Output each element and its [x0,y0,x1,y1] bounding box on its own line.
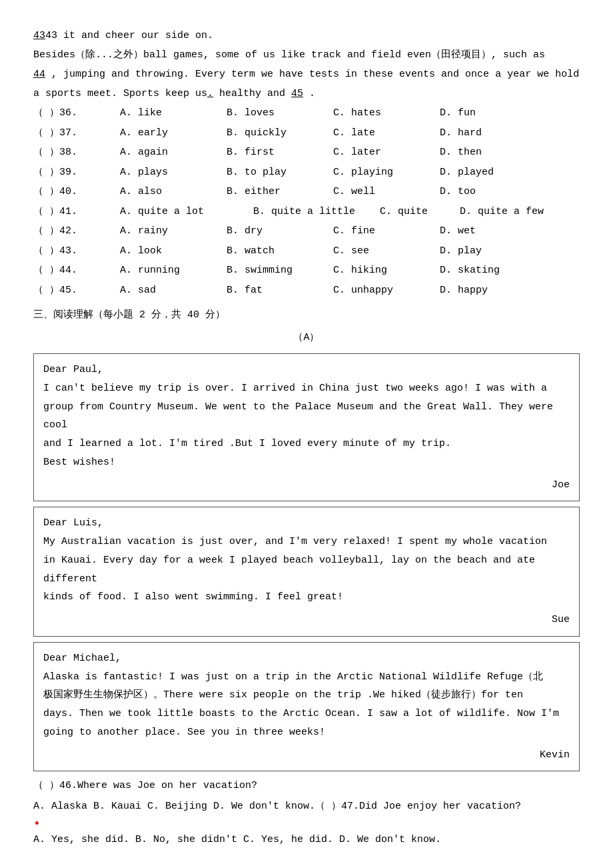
choice-a-40: A. also [120,183,227,202]
choice-c-40: C. well [333,183,440,202]
choice-num-39: （ ）39. [33,163,120,183]
letter-b-box: Dear Luis, My Australian vacation is jus… [33,507,580,637]
choice-a-39: A. plays [120,163,227,183]
choice-b-41: B. quite a little [253,203,380,222]
q47-opts: A. Yes, she did. B. No, she didn't C. Ye… [33,834,441,845]
choice-c-39: C. playing [333,163,440,183]
choice-b-37: B. quickly [227,124,333,143]
choice-c-42: C. fine [333,222,440,241]
choice-d-42: D. wet [440,222,580,241]
blank-44: 44 [33,69,45,80]
choice-num-41: （ ）41. [33,203,120,222]
choice-row-38: （ ）38. A. again B. first C. later D. the… [33,143,580,163]
choice-b-40: B. either [227,183,333,202]
choice-row-45: （ ）45. A. sad B. fat C. unhappy D. happy [33,281,580,301]
page-content: 4343 it and cheer our side on. Besides（除… [33,27,580,850]
choice-c-38: C. later [333,143,440,163]
choice-a-38: A. again [120,143,227,163]
choice-b-43: B. watch [227,242,333,261]
letter-c-box: Dear Michael, Alaska is fantastic! I was… [33,642,580,772]
choice-a-36: A. like [120,104,227,123]
letter-a-body4: Best wishes! [43,453,570,472]
choice-c-43: C. see [333,242,440,261]
choice-row-44: （ ）44. A. running B. swimming C. hiking … [33,261,580,281]
choice-b-38: B. first [227,143,333,163]
choice-num-42: （ ）42. [33,222,120,241]
letter-c-signature: Kevin [43,746,570,765]
choice-d-45: D. happy [440,281,580,301]
choice-d-37: D. hard [440,124,580,143]
choice-b-44: B. swimming [227,261,333,281]
choice-b-42: B. dry [227,222,333,241]
choice-d-43: D. play [440,242,580,261]
choice-b-45: B. fat [227,281,333,301]
choice-c-44: C. hiking [333,261,440,281]
intro-line1: 4343 it and cheer our side on. [33,27,580,45]
choice-b-36: B. loves [227,104,333,123]
intro-line2: Besides（除...之外）ball games, some of us li… [33,46,580,64]
q46-text: （ ）46.Where was Joe on her vacation? [33,780,257,791]
letter-a-box: Dear Paul, I can't believe my trip is ov… [33,353,580,501]
choice-a-42: A. rainy [120,222,227,241]
choice-a-37: A. early [120,124,227,143]
choice-d-41: D. quite a few [460,203,580,222]
choice-row-41: （ ）41. A. quite a lot B. quite a little … [33,203,580,222]
choice-c-45: C. unhappy [333,281,440,301]
letter-c-body1: Alaska is fantastic! I was just on a tri… [43,668,570,687]
choice-num-45: （ ）45. [33,281,120,301]
letter-b-body2: in Kauai. Every day for a week I played … [43,551,570,589]
choice-num-37: （ ）37. [33,124,120,143]
blank-43: 43 [33,30,45,41]
letter-b-greeting: Dear Luis, [43,514,570,533]
letter-a-body3: and I learned a lot. I'm tired .But I lo… [43,435,570,453]
choice-c-36: C. hates [333,104,440,123]
choice-c-41: C. quite [380,203,460,222]
section-reading-title: 三、阅读理解（每小题 2 分，共 40 分） [33,305,580,325]
choice-row-36: （ ）36. A. like B. loves C. hates D. fun [33,104,580,123]
blank-45: 45 [291,88,303,99]
choice-row-39: （ ）39. A. plays B. to play C. playing D.… [33,163,580,183]
choice-row-40: （ ）40. A. also B. either C. well D. too [33,183,580,202]
letter-a-subtitle: （A） [33,328,580,348]
choice-row-42: （ ）42. A. rainy B. dry C. fine D. wet [33,222,580,241]
q47-opts-row: A. Yes, she did. B. No, she didn't C. Ye… [33,831,580,850]
intro-line4: a sports meet. Sports keep us. healthy a… [33,85,580,103]
choice-a-41: A. quite a lot [120,203,253,222]
choice-d-40: D. too [440,183,580,202]
choice-num-40: （ ）40. [33,183,120,202]
letter-b-body1: My Australian vacation is just over, and… [43,533,570,551]
letter-a-body2: group from Country Museum. We went to th… [43,398,570,435]
choice-d-44: D. skating [440,261,580,281]
choice-d-39: D. played [440,163,580,183]
letter-a-body1: I can't believe my trip is over. I arriv… [43,379,570,398]
letter-c-greeting: Dear Michael, [43,649,570,668]
q46-opts-row: A. Alaska B. Kauai C. Beijing D. We don'… [33,797,580,817]
letter-a-signature: Joe [43,476,570,495]
letter-c-body4: going to another place. See you in three… [43,723,570,742]
q46-row: （ ）46.Where was Joe on her vacation? [33,777,580,796]
choice-a-44: A. running [120,261,227,281]
choice-num-44: （ ）44. [33,261,120,281]
choice-c-37: C. late [333,124,440,143]
choice-row-37: （ ）37. A. early B. quickly C. late D. ha… [33,124,580,143]
choice-num-43: （ ）43. [33,242,120,261]
letter-b-body3: kinds of food. I also went swimming. I f… [43,588,570,607]
letter-c-body3: days. Then we took little boasts to the … [43,705,570,723]
choice-b-39: B. to play [227,163,333,183]
choice-a-43: A. look [120,242,227,261]
choice-a-45: A. sad [120,281,227,301]
intro-text-1: 43 it and cheer our side on. [45,30,213,41]
red-dot: • [33,817,580,831]
letter-b-signature: Sue [43,611,570,629]
q46-opts: A. Alaska B. Kauai C. Beijing D. We don'… [33,801,521,812]
intro-line3: 44 , jumping and throwing. Every term we… [33,65,580,83]
letter-c-body2: 极国家野生生物保护区）。There were six people on the… [43,686,570,705]
intro-text-3: , jumping and throwing. Every term we ha… [45,69,579,80]
choice-d-36: D. fun [440,104,580,123]
choice-row-43: （ ）43. A. look B. watch C. see D. play [33,242,580,261]
choice-d-38: D. then [440,143,580,163]
letter-a-greeting: Dear Paul, [43,361,570,379]
choice-num-38: （ ）38. [33,143,120,163]
choice-num-36: （ ）36. [33,104,120,123]
